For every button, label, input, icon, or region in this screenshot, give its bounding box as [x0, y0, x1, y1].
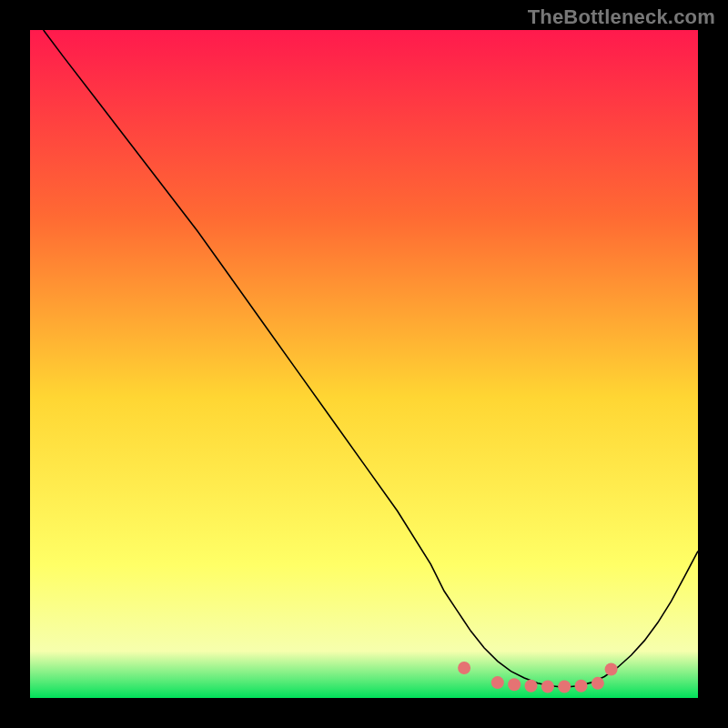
- curve-marker: [458, 662, 470, 674]
- watermark-text: TheBottleneck.com: [528, 5, 715, 29]
- gradient-background: [30, 30, 698, 698]
- bottleneck-curve-chart: [30, 30, 698, 698]
- chart-frame: TheBottleneck.com: [0, 0, 728, 728]
- curve-marker: [592, 677, 604, 690]
- curve-marker: [541, 681, 554, 693]
- plot-area: [30, 30, 698, 698]
- curve-marker: [491, 676, 504, 689]
- curve-marker: [508, 678, 521, 691]
- curve-marker: [558, 681, 571, 693]
- curve-marker: [575, 680, 588, 693]
- curve-marker: [605, 662, 618, 675]
- curve-marker: [525, 680, 538, 693]
